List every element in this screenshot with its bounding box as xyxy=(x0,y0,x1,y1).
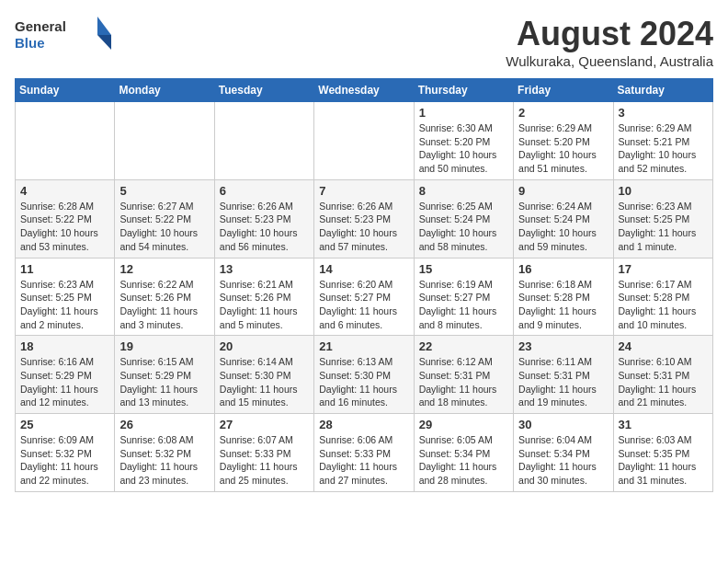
day-info: Sunrise: 6:08 AMSunset: 5:32 PMDaylight:… xyxy=(119,433,209,488)
day-number: 18 xyxy=(20,339,109,353)
calendar-cell: 28Sunrise: 6:06 AMSunset: 5:33 PMDayligh… xyxy=(314,414,414,492)
calendar-cell: 23Sunrise: 6:11 AMSunset: 5:31 PMDayligh… xyxy=(514,336,613,414)
day-number: 2 xyxy=(518,106,608,120)
day-number: 24 xyxy=(619,339,708,353)
calendar-week-row: 11Sunrise: 6:23 AMSunset: 5:25 PMDayligh… xyxy=(16,258,713,336)
weekday-header-monday: Monday xyxy=(115,79,214,102)
calendar-cell xyxy=(314,102,414,180)
calendar-week-row: 25Sunrise: 6:09 AMSunset: 5:32 PMDayligh… xyxy=(16,414,713,492)
day-number: 28 xyxy=(319,418,408,431)
day-info: Sunrise: 6:23 AMSunset: 5:25 PMDaylight:… xyxy=(20,278,109,332)
day-number: 17 xyxy=(619,262,708,276)
calendar-cell: 25Sunrise: 6:09 AMSunset: 5:32 PMDayligh… xyxy=(16,414,115,492)
calendar-cell: 26Sunrise: 6:08 AMSunset: 5:32 PMDayligh… xyxy=(115,414,214,492)
calendar-cell: 14Sunrise: 6:20 AMSunset: 5:27 PMDayligh… xyxy=(314,258,414,336)
day-number: 20 xyxy=(220,339,309,353)
location: Wulkuraka, Queensland, Australia xyxy=(506,53,713,69)
calendar-cell: 11Sunrise: 6:23 AMSunset: 5:25 PMDayligh… xyxy=(16,258,115,336)
day-number: 4 xyxy=(20,184,109,198)
day-info: Sunrise: 6:26 AMSunset: 5:23 PMDaylight:… xyxy=(319,200,408,254)
day-info: Sunrise: 6:15 AMSunset: 5:29 PMDaylight:… xyxy=(119,355,209,409)
day-info: Sunrise: 6:29 AMSunset: 5:20 PMDaylight:… xyxy=(518,121,608,176)
day-info: Sunrise: 6:27 AMSunset: 5:22 PMDaylight:… xyxy=(119,200,209,254)
day-info: Sunrise: 6:28 AMSunset: 5:22 PMDaylight:… xyxy=(20,200,109,254)
calendar-cell: 8Sunrise: 6:25 AMSunset: 5:24 PMDaylight… xyxy=(414,179,513,258)
day-number: 8 xyxy=(419,184,508,198)
day-info: Sunrise: 6:30 AMSunset: 5:20 PMDaylight:… xyxy=(419,121,508,176)
day-number: 10 xyxy=(619,184,708,198)
day-number: 30 xyxy=(518,418,608,431)
calendar-cell: 15Sunrise: 6:19 AMSunset: 5:27 PMDayligh… xyxy=(414,258,513,336)
day-info: Sunrise: 6:04 AMSunset: 5:34 PMDaylight:… xyxy=(518,433,608,488)
day-number: 11 xyxy=(20,262,109,276)
calendar-week-row: 18Sunrise: 6:16 AMSunset: 5:29 PMDayligh… xyxy=(16,336,713,414)
month-title: August 2024 xyxy=(506,15,713,53)
day-number: 19 xyxy=(119,339,209,353)
day-info: Sunrise: 6:10 AMSunset: 5:31 PMDaylight:… xyxy=(619,355,708,409)
day-number: 3 xyxy=(619,106,708,120)
day-info: Sunrise: 6:03 AMSunset: 5:35 PMDaylight:… xyxy=(619,433,708,488)
calendar-cell: 31Sunrise: 6:03 AMSunset: 5:35 PMDayligh… xyxy=(613,414,712,492)
calendar-cell: 17Sunrise: 6:17 AMSunset: 5:28 PMDayligh… xyxy=(613,258,712,336)
day-info: Sunrise: 6:11 AMSunset: 5:31 PMDaylight:… xyxy=(518,355,608,409)
calendar-cell: 1Sunrise: 6:30 AMSunset: 5:20 PMDaylight… xyxy=(414,102,513,180)
svg-text:Blue: Blue xyxy=(15,35,45,51)
svg-marker-2 xyxy=(97,17,111,35)
day-number: 26 xyxy=(119,418,209,431)
day-number: 31 xyxy=(619,418,708,431)
logo-svg: General Blue xyxy=(15,15,116,56)
day-number: 14 xyxy=(319,262,408,276)
day-info: Sunrise: 6:17 AMSunset: 5:28 PMDaylight:… xyxy=(619,278,708,332)
day-number: 23 xyxy=(518,339,608,353)
day-number: 7 xyxy=(319,184,408,198)
calendar-cell: 27Sunrise: 6:07 AMSunset: 5:33 PMDayligh… xyxy=(214,414,313,492)
day-number: 27 xyxy=(220,418,309,431)
weekday-header-tuesday: Tuesday xyxy=(214,79,313,102)
day-number: 15 xyxy=(419,262,508,276)
title-area: August 2024 Wulkuraka, Queensland, Austr… xyxy=(506,15,713,69)
day-info: Sunrise: 6:14 AMSunset: 5:30 PMDaylight:… xyxy=(220,355,309,409)
calendar-cell: 22Sunrise: 6:12 AMSunset: 5:31 PMDayligh… xyxy=(414,336,513,414)
day-info: Sunrise: 6:09 AMSunset: 5:32 PMDaylight:… xyxy=(20,433,109,488)
calendar-cell: 12Sunrise: 6:22 AMSunset: 5:26 PMDayligh… xyxy=(115,258,214,336)
calendar-cell: 13Sunrise: 6:21 AMSunset: 5:26 PMDayligh… xyxy=(214,258,313,336)
calendar-week-row: 4Sunrise: 6:28 AMSunset: 5:22 PMDaylight… xyxy=(16,179,713,258)
day-number: 22 xyxy=(419,339,508,353)
day-info: Sunrise: 6:22 AMSunset: 5:26 PMDaylight:… xyxy=(119,278,209,332)
day-info: Sunrise: 6:12 AMSunset: 5:31 PMDaylight:… xyxy=(419,355,508,409)
day-number: 21 xyxy=(319,339,408,353)
logo: General Blue xyxy=(15,15,116,56)
svg-text:General: General xyxy=(15,18,66,34)
weekday-header-saturday: Saturday xyxy=(613,79,712,102)
day-info: Sunrise: 6:25 AMSunset: 5:24 PMDaylight:… xyxy=(419,200,508,254)
calendar-cell: 7Sunrise: 6:26 AMSunset: 5:23 PMDaylight… xyxy=(314,179,414,258)
day-number: 1 xyxy=(419,106,508,120)
calendar-cell: 9Sunrise: 6:24 AMSunset: 5:24 PMDaylight… xyxy=(514,179,613,258)
weekday-header-wednesday: Wednesday xyxy=(314,79,414,102)
calendar-cell: 29Sunrise: 6:05 AMSunset: 5:34 PMDayligh… xyxy=(414,414,513,492)
day-info: Sunrise: 6:05 AMSunset: 5:34 PMDaylight:… xyxy=(419,433,508,488)
calendar-cell: 30Sunrise: 6:04 AMSunset: 5:34 PMDayligh… xyxy=(514,414,613,492)
day-info: Sunrise: 6:19 AMSunset: 5:27 PMDaylight:… xyxy=(419,278,508,332)
calendar-cell: 10Sunrise: 6:23 AMSunset: 5:25 PMDayligh… xyxy=(613,179,712,258)
day-info: Sunrise: 6:26 AMSunset: 5:23 PMDaylight:… xyxy=(220,200,309,254)
day-info: Sunrise: 6:18 AMSunset: 5:28 PMDaylight:… xyxy=(518,278,608,332)
day-info: Sunrise: 6:23 AMSunset: 5:25 PMDaylight:… xyxy=(619,200,708,254)
day-number: 16 xyxy=(518,262,608,276)
calendar-cell: 6Sunrise: 6:26 AMSunset: 5:23 PMDaylight… xyxy=(214,179,313,258)
day-info: Sunrise: 6:07 AMSunset: 5:33 PMDaylight:… xyxy=(220,433,309,488)
calendar-cell: 3Sunrise: 6:29 AMSunset: 5:21 PMDaylight… xyxy=(613,102,712,180)
calendar-cell: 18Sunrise: 6:16 AMSunset: 5:29 PMDayligh… xyxy=(16,336,115,414)
calendar-header-row: SundayMondayTuesdayWednesdayThursdayFrid… xyxy=(16,79,713,102)
calendar-cell xyxy=(16,102,115,180)
day-number: 5 xyxy=(119,184,209,198)
day-info: Sunrise: 6:24 AMSunset: 5:24 PMDaylight:… xyxy=(518,200,608,254)
calendar-cell xyxy=(214,102,313,180)
day-info: Sunrise: 6:21 AMSunset: 5:26 PMDaylight:… xyxy=(220,278,309,332)
day-info: Sunrise: 6:16 AMSunset: 5:29 PMDaylight:… xyxy=(20,355,109,409)
calendar-cell xyxy=(115,102,214,180)
weekday-header-friday: Friday xyxy=(514,79,613,102)
page-header: General Blue August 2024 Wulkuraka, Quee… xyxy=(15,15,713,69)
calendar-cell: 19Sunrise: 6:15 AMSunset: 5:29 PMDayligh… xyxy=(115,336,214,414)
calendar-table: SundayMondayTuesdayWednesdayThursdayFrid… xyxy=(15,78,713,492)
